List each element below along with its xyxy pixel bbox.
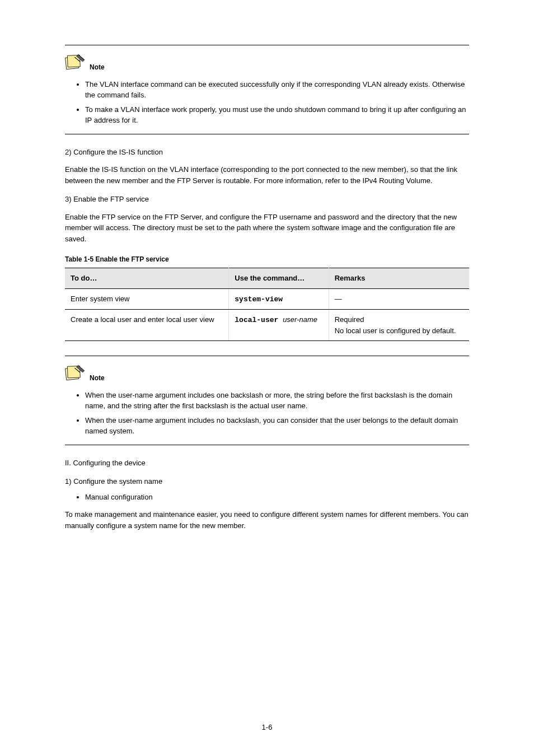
step-3-description: Enable the FTP service on the FTP Server… xyxy=(65,212,469,245)
note-header: Note xyxy=(65,52,469,74)
note-callout-2: Note When the user-name argument include… xyxy=(65,356,469,445)
note-icon xyxy=(65,363,86,385)
table-cell-remarks: Required No local user is configured by … xyxy=(329,310,469,341)
table-header-todo: To do… xyxy=(65,268,229,289)
table-row: Enter system view system-view — xyxy=(65,288,469,310)
table-cell-command: system-view xyxy=(229,288,329,310)
note1-item-1: The VLAN interface command can be execut… xyxy=(85,79,469,101)
bullet-item-manual-config: Manual configuration xyxy=(85,492,469,503)
note1-list: The VLAN interface command can be execut… xyxy=(65,79,469,126)
table-header-command: Use the command… xyxy=(229,268,329,289)
command-text-arg: user-name xyxy=(283,315,317,324)
note2-list: When the user-name argument includes one… xyxy=(65,390,469,437)
step-2-description: Enable the IS-IS function on the VLAN in… xyxy=(65,164,469,186)
step-1-description: To make management and maintenance easie… xyxy=(65,509,469,531)
table-cell-todo: Create a local user and enter local user… xyxy=(65,310,229,341)
note-icon xyxy=(65,52,86,74)
table-row: Create a local user and enter local user… xyxy=(65,310,469,341)
table-caption: Table 1-5 Enable the FTP service xyxy=(65,254,469,264)
note-header: Note xyxy=(65,363,469,385)
note1-item-2: To make a VLAN interface work properly, … xyxy=(85,104,469,126)
table-cell-command: local-user user-name xyxy=(229,310,329,341)
note-label: Note xyxy=(90,62,105,72)
page-number: 1-6 xyxy=(0,722,534,733)
step-1-heading: 1) Configure the system name xyxy=(65,476,469,487)
command-text-bold: local-user xyxy=(235,316,283,324)
step-3-heading: 3) Enable the FTP service xyxy=(65,194,469,205)
table-cell-todo: Enter system view xyxy=(65,288,229,310)
table-header-row: To do… Use the command… Remarks xyxy=(65,268,469,289)
table-header-remarks: Remarks xyxy=(329,268,469,289)
roman-heading-ii: II. Configuring the device xyxy=(65,458,469,469)
note-label: Note xyxy=(90,373,105,383)
note2-item-2: When the user-name argument includes no … xyxy=(85,415,469,437)
note2-item-1: When the user-name argument includes one… xyxy=(85,390,469,412)
config-table: To do… Use the command… Remarks Enter sy… xyxy=(65,268,469,341)
bullet-list: Manual configuration xyxy=(65,492,469,503)
table-cell-remarks: — xyxy=(329,288,469,310)
note-callout-1: Note The VLAN interface command can be e… xyxy=(65,45,469,134)
command-text: system-view xyxy=(235,295,283,304)
step-2-heading: 2) Configure the IS-IS function xyxy=(65,147,469,158)
